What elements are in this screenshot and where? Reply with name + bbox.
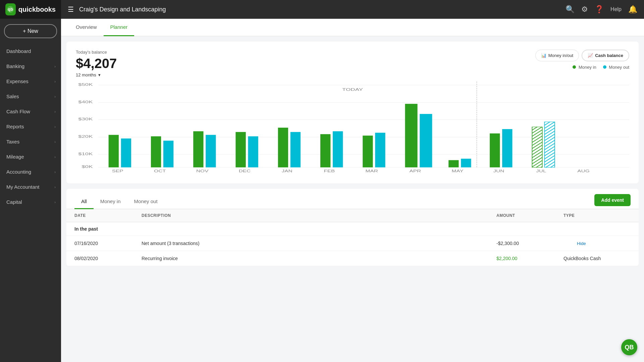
col-amount: AMOUNT <box>496 213 564 218</box>
sidebar-item-label: My Accountant <box>6 184 39 190</box>
chevron-right-icon: › <box>54 140 56 144</box>
bar-nov-out <box>206 135 216 167</box>
chevron-right-icon: › <box>54 155 56 159</box>
balance-section: Today's balance $4,207 12 months ▾ <box>76 50 117 77</box>
row-description: Recurring invoice <box>142 256 496 261</box>
tab-planner[interactable]: Planner <box>104 19 135 36</box>
bar-feb-out <box>333 131 343 168</box>
logo-text: quickbooks <box>18 6 56 13</box>
money-out-dot <box>603 65 606 69</box>
events-table-section: All Money in Money out Add event DATE DE… <box>66 189 639 266</box>
bar-apr-out <box>420 114 432 167</box>
sidebar-item-taxes[interactable]: Taxes › <box>0 134 61 149</box>
bar-jul-in <box>532 127 542 168</box>
bar-chart-icon: 📊 <box>541 53 546 58</box>
sidebar-item-label: Capital <box>6 199 22 205</box>
qb-float-button[interactable]: QB <box>621 339 637 355</box>
add-event-button[interactable]: Add event <box>594 194 631 206</box>
bar-jun-in <box>490 133 500 167</box>
money-in-dot <box>573 65 576 69</box>
cash-balance-button[interactable]: 📈 Cash balance <box>582 50 629 61</box>
sidebar-item-myaccountant[interactable]: My Accountant › <box>0 179 61 194</box>
chart-legend: Money in Money out <box>573 65 629 70</box>
period-label: 12 months <box>76 72 96 77</box>
money-inout-button[interactable]: 📊 Money in/out <box>535 50 579 61</box>
chevron-right-icon: › <box>54 64 56 68</box>
sidebar-item-dashboard[interactable]: Dashboard <box>0 44 61 59</box>
table-tab-money-in[interactable]: Money in <box>94 194 127 209</box>
hamburger-icon[interactable]: ☰ <box>68 5 74 13</box>
chevron-right-icon: › <box>54 95 56 99</box>
table-row: 08/02/2020 Recurring invoice $2,200.00 Q… <box>66 251 639 266</box>
settings-icon[interactable]: ⚙ <box>581 5 588 14</box>
new-button[interactable]: + New <box>4 24 57 38</box>
table-tab-money-out[interactable]: Money out <box>127 194 164 209</box>
group-header-in-past: In the past <box>66 222 639 236</box>
help-icon[interactable]: ❓ <box>595 5 604 14</box>
table-header: DATE DESCRIPTION AMOUNT TYPE <box>66 209 639 222</box>
notifications-icon[interactable]: 🔔 <box>628 5 637 14</box>
chevron-right-icon: › <box>54 110 56 114</box>
chevron-right-icon: › <box>54 79 56 83</box>
bar-mar-in <box>363 136 373 168</box>
bar-chart: $50K $40K $30K $20K $10K $0K TODAY <box>76 81 629 175</box>
hide-link[interactable]: Hide <box>577 241 586 246</box>
bar-dec-in <box>235 132 246 168</box>
sidebar-item-banking[interactable]: Banking › <box>0 59 61 74</box>
row-amount: $2,200.00 <box>496 256 564 261</box>
svg-text:$10K: $10K <box>78 152 93 156</box>
sidebar-item-label: Banking <box>6 63 24 69</box>
col-type: TYPE <box>564 213 631 218</box>
table-row: 07/16/2020 Net amount (3 transactions) -… <box>66 236 639 251</box>
money-out-legend: Money out <box>603 65 629 70</box>
sidebar-item-expenses[interactable]: Expenses › <box>0 74 61 89</box>
table-tab-all[interactable]: All <box>74 194 94 209</box>
sidebar-item-label: Reports <box>6 124 24 129</box>
tabs-bar: Overview Planner <box>61 19 644 36</box>
bar-jun-out <box>502 129 512 167</box>
tab-overview[interactable]: Overview <box>69 19 104 36</box>
sidebar-item-capital[interactable]: Capital › <box>0 194 61 209</box>
row-description: Net amount (3 transactions) <box>142 241 496 246</box>
chart-card: Today's balance $4,207 12 months ▾ 📊 Mon… <box>66 42 639 183</box>
sidebar-item-label: Expenses <box>6 78 29 84</box>
svg-text:MAY: MAY <box>452 169 464 173</box>
chevron-right-icon: › <box>54 200 56 204</box>
sidebar-item-reports[interactable]: Reports › <box>0 119 61 134</box>
period-selector[interactable]: 12 months ▾ <box>76 72 117 77</box>
row-type: QuickBooks Cash <box>564 256 631 261</box>
col-date: DATE <box>74 213 142 218</box>
table-tabs-left: All Money in Money out <box>74 194 164 209</box>
sidebar-item-label: Mileage <box>6 154 24 160</box>
search-icon[interactable]: 🔍 <box>566 5 575 14</box>
chart-header: Today's balance $4,207 12 months ▾ 📊 Mon… <box>76 50 629 77</box>
chevron-down-icon: ▾ <box>98 72 101 77</box>
sidebar-item-label: Cash Flow <box>6 109 30 114</box>
svg-text:SEP: SEP <box>112 169 123 173</box>
balance-amount: $4,207 <box>76 56 117 71</box>
svg-text:$0K: $0K <box>82 165 93 169</box>
chart-area: $50K $40K $30K $20K $10K $0K TODAY <box>76 81 629 175</box>
line-chart-icon: 📈 <box>588 53 593 58</box>
svg-text:$40K: $40K <box>78 100 93 104</box>
svg-text:qb: qb <box>8 7 13 12</box>
svg-text:FEB: FEB <box>324 169 335 173</box>
company-name: Craig's Design and Landscaping <box>79 6 166 13</box>
table-tabs-bar: All Money in Money out Add event <box>66 189 639 209</box>
topbar-actions: 🔍 ⚙ ❓ Help 🔔 <box>559 5 644 14</box>
svg-text:DEC: DEC <box>239 169 251 173</box>
company-area: ☰ Craig's Design and Landscaping <box>61 5 559 13</box>
sidebar-item-cashflow[interactable]: Cash Flow › <box>0 104 61 119</box>
content-area: Today's balance $4,207 12 months ▾ 📊 Mon… <box>61 36 644 362</box>
svg-text:TODAY: TODAY <box>342 87 363 92</box>
help-button[interactable]: Help <box>610 6 622 12</box>
bar-oct-out <box>163 141 173 168</box>
svg-text:AUG: AUG <box>577 169 589 173</box>
sidebar-item-accounting[interactable]: Accounting › <box>0 164 61 179</box>
sidebar-item-sales[interactable]: Sales › <box>0 89 61 104</box>
svg-text:NOV: NOV <box>196 169 209 173</box>
svg-text:$30K: $30K <box>78 117 93 121</box>
bar-jan-in <box>278 128 288 167</box>
svg-text:JAN: JAN <box>282 169 292 173</box>
sidebar-item-mileage[interactable]: Mileage › <box>0 149 61 164</box>
